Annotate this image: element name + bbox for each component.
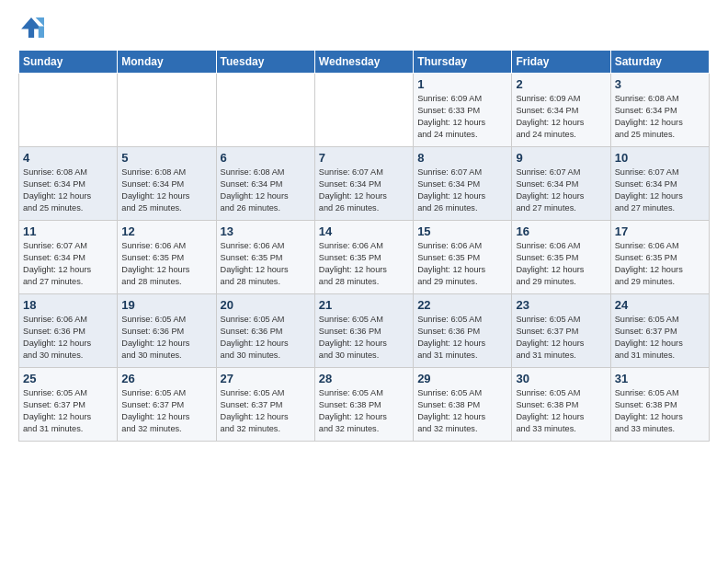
day-number: 16 bbox=[516, 224, 606, 238]
day-info: Sunrise: 6:05 AMSunset: 6:38 PMDaylight:… bbox=[516, 387, 606, 435]
day-info: Sunrise: 6:07 AMSunset: 6:34 PMDaylight:… bbox=[319, 167, 409, 214]
day-info: Sunrise: 6:05 AMSunset: 6:38 PMDaylight:… bbox=[615, 387, 705, 435]
day-cell: 21Sunrise: 6:05 AMSunset: 6:36 PMDayligh… bbox=[314, 294, 413, 368]
day-cell: 27Sunrise: 6:05 AMSunset: 6:37 PMDayligh… bbox=[216, 368, 314, 442]
day-number: 1 bbox=[417, 77, 507, 91]
day-number: 19 bbox=[121, 298, 211, 312]
day-cell: 30Sunrise: 6:05 AMSunset: 6:38 PMDayligh… bbox=[512, 368, 610, 442]
day-info: Sunrise: 6:05 AMSunset: 6:37 PMDaylight:… bbox=[615, 314, 705, 362]
day-number: 2 bbox=[516, 77, 606, 91]
day-cell: 1Sunrise: 6:09 AMSunset: 6:33 PMDaylight… bbox=[414, 74, 512, 147]
col-header-tuesday: Tuesday bbox=[216, 51, 314, 74]
day-cell: 14Sunrise: 6:06 AMSunset: 6:35 PMDayligh… bbox=[314, 221, 413, 294]
day-cell: 31Sunrise: 6:05 AMSunset: 6:38 PMDayligh… bbox=[610, 368, 709, 442]
day-cell: 22Sunrise: 6:05 AMSunset: 6:36 PMDayligh… bbox=[414, 294, 512, 368]
day-cell: 3Sunrise: 6:08 AMSunset: 6:34 PMDaylight… bbox=[610, 74, 709, 147]
day-cell: 17Sunrise: 6:06 AMSunset: 6:35 PMDayligh… bbox=[610, 221, 709, 294]
page: SundayMondayTuesdayWednesdayThursdayFrid… bbox=[0, 0, 728, 456]
day-number: 30 bbox=[516, 372, 606, 385]
day-number: 29 bbox=[417, 372, 507, 385]
day-info: Sunrise: 6:09 AMSunset: 6:33 PMDaylight:… bbox=[417, 93, 507, 141]
day-number: 20 bbox=[221, 298, 311, 312]
col-header-saturday: Saturday bbox=[610, 51, 709, 74]
day-info: Sunrise: 6:08 AMSunset: 6:34 PMDaylight:… bbox=[615, 93, 705, 141]
day-cell: 9Sunrise: 6:07 AMSunset: 6:34 PMDaylight… bbox=[512, 147, 610, 221]
day-number: 9 bbox=[516, 151, 606, 165]
col-header-thursday: Thursday bbox=[414, 51, 512, 74]
day-number: 4 bbox=[23, 151, 113, 165]
day-cell: 25Sunrise: 6:05 AMSunset: 6:37 PMDayligh… bbox=[19, 368, 118, 442]
calendar-header-row: SundayMondayTuesdayWednesdayThursdayFrid… bbox=[19, 51, 710, 74]
week-row-1: 1Sunrise: 6:09 AMSunset: 6:33 PMDaylight… bbox=[19, 74, 710, 147]
week-row-4: 18Sunrise: 6:06 AMSunset: 6:36 PMDayligh… bbox=[19, 294, 710, 368]
day-cell: 2Sunrise: 6:09 AMSunset: 6:34 PMDaylight… bbox=[512, 74, 610, 147]
day-number: 12 bbox=[121, 224, 211, 238]
week-row-2: 4Sunrise: 6:08 AMSunset: 6:34 PMDaylight… bbox=[19, 147, 710, 221]
day-info: Sunrise: 6:05 AMSunset: 6:37 PMDaylight:… bbox=[121, 387, 211, 435]
day-cell: 26Sunrise: 6:05 AMSunset: 6:37 PMDayligh… bbox=[118, 368, 216, 442]
day-cell: 29Sunrise: 6:05 AMSunset: 6:38 PMDayligh… bbox=[414, 368, 512, 442]
logo bbox=[18, 15, 46, 40]
day-info: Sunrise: 6:05 AMSunset: 6:37 PMDaylight:… bbox=[516, 314, 606, 362]
day-number: 28 bbox=[319, 372, 409, 385]
day-number: 8 bbox=[417, 151, 507, 165]
day-number: 7 bbox=[319, 151, 409, 165]
day-cell bbox=[216, 74, 314, 147]
day-number: 26 bbox=[121, 372, 211, 385]
day-number: 24 bbox=[615, 298, 705, 312]
day-info: Sunrise: 6:05 AMSunset: 6:36 PMDaylight:… bbox=[319, 314, 409, 362]
day-cell: 7Sunrise: 6:07 AMSunset: 6:34 PMDaylight… bbox=[314, 147, 413, 221]
day-cell bbox=[118, 74, 216, 147]
day-number: 5 bbox=[121, 151, 211, 165]
day-cell: 15Sunrise: 6:06 AMSunset: 6:35 PMDayligh… bbox=[414, 221, 512, 294]
day-cell bbox=[314, 74, 413, 147]
day-number: 3 bbox=[615, 77, 705, 91]
col-header-monday: Monday bbox=[118, 51, 216, 74]
day-cell: 24Sunrise: 6:05 AMSunset: 6:37 PMDayligh… bbox=[610, 294, 709, 368]
day-number: 21 bbox=[319, 298, 409, 312]
day-info: Sunrise: 6:05 AMSunset: 6:38 PMDaylight:… bbox=[417, 387, 507, 435]
day-cell: 4Sunrise: 6:08 AMSunset: 6:34 PMDaylight… bbox=[19, 147, 118, 221]
day-info: Sunrise: 6:05 AMSunset: 6:36 PMDaylight:… bbox=[417, 314, 507, 362]
day-info: Sunrise: 6:07 AMSunset: 6:34 PMDaylight:… bbox=[417, 167, 507, 214]
day-info: Sunrise: 6:06 AMSunset: 6:35 PMDaylight:… bbox=[516, 240, 606, 288]
day-cell: 28Sunrise: 6:05 AMSunset: 6:38 PMDayligh… bbox=[314, 368, 413, 442]
day-info: Sunrise: 6:07 AMSunset: 6:34 PMDaylight:… bbox=[615, 167, 705, 214]
day-info: Sunrise: 6:06 AMSunset: 6:35 PMDaylight:… bbox=[615, 240, 705, 288]
day-number: 31 bbox=[615, 372, 705, 385]
calendar-table: SundayMondayTuesdayWednesdayThursdayFrid… bbox=[18, 50, 710, 442]
day-info: Sunrise: 6:06 AMSunset: 6:35 PMDaylight:… bbox=[319, 240, 409, 288]
col-header-friday: Friday bbox=[512, 51, 610, 74]
day-info: Sunrise: 6:08 AMSunset: 6:34 PMDaylight:… bbox=[221, 167, 311, 214]
day-number: 17 bbox=[615, 224, 705, 238]
week-row-5: 25Sunrise: 6:05 AMSunset: 6:37 PMDayligh… bbox=[19, 368, 710, 442]
day-info: Sunrise: 6:05 AMSunset: 6:37 PMDaylight:… bbox=[23, 387, 113, 435]
day-cell: 5Sunrise: 6:08 AMSunset: 6:34 PMDaylight… bbox=[118, 147, 216, 221]
day-info: Sunrise: 6:06 AMSunset: 6:35 PMDaylight:… bbox=[221, 240, 311, 288]
day-cell: 6Sunrise: 6:08 AMSunset: 6:34 PMDaylight… bbox=[216, 147, 314, 221]
day-info: Sunrise: 6:08 AMSunset: 6:34 PMDaylight:… bbox=[121, 167, 211, 214]
day-number: 25 bbox=[23, 372, 113, 385]
day-number: 13 bbox=[221, 224, 311, 238]
day-cell: 18Sunrise: 6:06 AMSunset: 6:36 PMDayligh… bbox=[19, 294, 118, 368]
day-cell: 20Sunrise: 6:05 AMSunset: 6:36 PMDayligh… bbox=[216, 294, 314, 368]
day-info: Sunrise: 6:06 AMSunset: 6:35 PMDaylight:… bbox=[417, 240, 507, 288]
day-number: 22 bbox=[417, 298, 507, 312]
day-cell: 8Sunrise: 6:07 AMSunset: 6:34 PMDaylight… bbox=[414, 147, 512, 221]
logo-icon bbox=[18, 15, 44, 40]
day-cell: 10Sunrise: 6:07 AMSunset: 6:34 PMDayligh… bbox=[610, 147, 709, 221]
day-cell: 19Sunrise: 6:05 AMSunset: 6:36 PMDayligh… bbox=[118, 294, 216, 368]
day-info: Sunrise: 6:05 AMSunset: 6:38 PMDaylight:… bbox=[319, 387, 409, 435]
day-info: Sunrise: 6:09 AMSunset: 6:34 PMDaylight:… bbox=[516, 93, 606, 141]
day-info: Sunrise: 6:07 AMSunset: 6:34 PMDaylight:… bbox=[23, 240, 113, 288]
col-header-sunday: Sunday bbox=[19, 51, 118, 74]
day-cell: 11Sunrise: 6:07 AMSunset: 6:34 PMDayligh… bbox=[19, 221, 118, 294]
day-number: 18 bbox=[23, 298, 113, 312]
day-cell: 16Sunrise: 6:06 AMSunset: 6:35 PMDayligh… bbox=[512, 221, 610, 294]
day-cell: 12Sunrise: 6:06 AMSunset: 6:35 PMDayligh… bbox=[118, 221, 216, 294]
day-cell: 13Sunrise: 6:06 AMSunset: 6:35 PMDayligh… bbox=[216, 221, 314, 294]
day-info: Sunrise: 6:07 AMSunset: 6:34 PMDaylight:… bbox=[516, 167, 606, 214]
week-row-3: 11Sunrise: 6:07 AMSunset: 6:34 PMDayligh… bbox=[19, 221, 710, 294]
day-cell bbox=[19, 74, 118, 147]
day-number: 14 bbox=[319, 224, 409, 238]
